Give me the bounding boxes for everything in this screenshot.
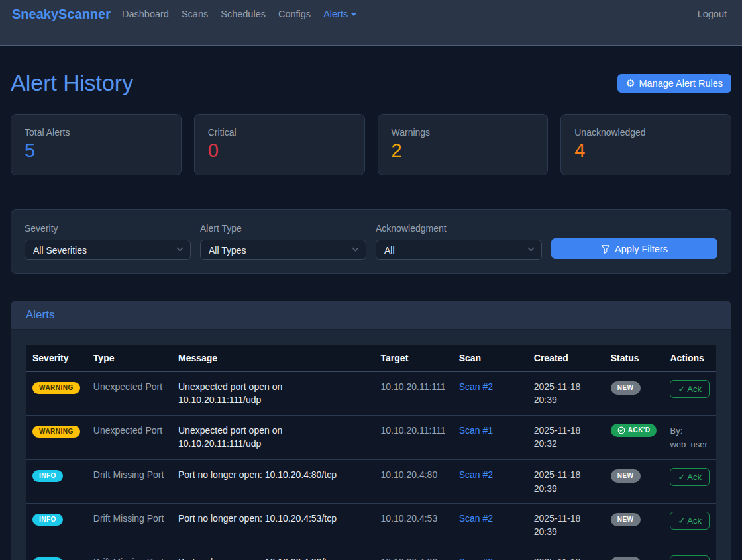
logout-link[interactable]: Logout [698, 9, 727, 19]
manage-alert-rules-button[interactable]: ⚙ Manage Alert Rules [617, 74, 731, 93]
column-header: Actions [663, 345, 716, 372]
scan-cell: Scan #2 [452, 372, 527, 416]
stat-label: Unacknowledged [574, 127, 717, 138]
scan-cell: Scan #2 [452, 547, 527, 560]
type-cell: Drift Missing Port [87, 504, 172, 547]
alert-type-filter-label: Alert Type [200, 223, 366, 234]
severity-filter-group: Severity All Severities [25, 223, 191, 260]
apply-filters-label: Apply Filters [615, 244, 668, 254]
stat-label: Total Alerts [25, 127, 168, 138]
table-row: WARNINGUnexpected PortUnexpected port op… [26, 415, 716, 460]
table-header-row: SeverityTypeMessageTargetScanCreatedStat… [26, 345, 716, 372]
type-cell: Unexpected Port [87, 415, 172, 460]
stat-value: 5 [25, 140, 168, 162]
status-badge-new: NEW [611, 513, 641, 526]
check-icon: ✓ [678, 472, 687, 482]
nav-item-configs[interactable]: Configs [278, 9, 311, 19]
scan-link[interactable]: Scan #2 [459, 469, 493, 480]
acknowledgment-select[interactable]: All [376, 240, 542, 260]
nav-item-dashboard[interactable]: Dashboard [122, 9, 169, 19]
scan-cell: Scan #2 [452, 504, 527, 547]
created-cell: 2025-11-18 20:39 [527, 504, 604, 547]
actions-cell: ✓ Ack [663, 372, 716, 416]
severity-select-wrap: All Severities [25, 240, 191, 260]
scan-cell: Scan #2 [452, 460, 527, 504]
stat-label: Warnings [392, 127, 535, 138]
stat-value: 4 [574, 140, 717, 162]
stat-card: Critical0 [194, 114, 365, 175]
navbar: SneakyScanner Dashboard Scans Schedules … [0, 0, 742, 46]
stat-value: 0 [208, 140, 351, 162]
table-row: INFODrift Missing PortPort no longer ope… [26, 547, 716, 560]
type-cell: Unexpected Port [87, 372, 172, 416]
apply-filters-button[interactable]: Apply Filters [551, 238, 717, 259]
page-header: Alert History ⚙ Manage Alert Rules [11, 70, 731, 96]
severity-cell: INFO [26, 460, 87, 504]
ack-button[interactable]: ✓ Ack [670, 512, 709, 530]
actions-cell: By: web_user [663, 415, 716, 460]
acknowledgment-filter-label: Acknowledgment [376, 223, 542, 234]
acked-by-label: By: web_user [670, 424, 710, 452]
created-cell: 2025-11-18 20:39 [527, 460, 604, 504]
column-header: Scan [452, 345, 527, 372]
stat-label: Critical [208, 127, 351, 138]
status-cell: NEW [604, 460, 664, 504]
message-cell: Port no longer open: 10.10.20.4:22/tcp [172, 547, 374, 560]
stats-row: Total Alerts5Critical0Warnings2Unacknowl… [11, 114, 731, 175]
nav-item-alerts[interactable]: Alerts [323, 9, 356, 19]
page-title: Alert History [11, 70, 133, 96]
gear-icon: ⚙ [626, 78, 635, 88]
type-cell: Drift Missing Port [87, 460, 172, 504]
target-cell: 10.10.20.11:111 [374, 372, 452, 416]
type-cell: Drift Missing Port [87, 547, 172, 560]
column-header: Status [604, 345, 664, 372]
filter-panel: Severity All Severities Alert Type All T… [11, 209, 731, 274]
scan-link[interactable]: Scan #1 [459, 425, 493, 436]
alerts-panel-title: Alerts [11, 301, 731, 330]
caret-down-icon [351, 13, 356, 16]
status-cell: NEW [604, 372, 664, 416]
alert-type-select-wrap: All Types [200, 240, 366, 260]
table-row: WARNINGUnexpected PortUnexpected port op… [26, 372, 716, 416]
actions-cell: ✓ Ack [663, 547, 716, 560]
alerts-table: SeverityTypeMessageTargetScanCreatedStat… [26, 345, 716, 560]
table-row: INFODrift Missing PortPort no longer ope… [26, 504, 716, 547]
severity-cell: INFO [26, 547, 87, 560]
alert-type-filter-group: Alert Type All Types [200, 223, 366, 260]
alert-type-select[interactable]: All Types [200, 240, 366, 260]
table-body: WARNINGUnexpected PortUnexpected port op… [26, 372, 716, 560]
scan-link[interactable]: Scan #2 [459, 557, 493, 560]
scan-link[interactable]: Scan #2 [459, 381, 493, 392]
acknowledgment-filter-group: Acknowledgment All [376, 223, 542, 260]
nav-item-scans[interactable]: Scans [182, 9, 208, 19]
severity-badge: INFO [32, 557, 63, 560]
check-circle-icon [617, 426, 625, 434]
funnel-icon [601, 244, 610, 254]
ack-button[interactable]: ✓ Ack [670, 380, 709, 398]
column-header: Type [87, 345, 172, 372]
scan-link[interactable]: Scan #2 [459, 513, 493, 524]
actions-cell: ✓ Ack [663, 504, 716, 547]
stat-card: Unacknowledged4 [560, 114, 731, 175]
status-badge-new: NEW [611, 469, 641, 483]
message-cell: Port no longer open: 10.10.20.4:53/tcp [172, 504, 374, 547]
nav-right: Logout [698, 6, 727, 19]
created-cell: 2025-11-18 20:39 [527, 372, 604, 416]
message-cell: Unexpected port open on 10.10.20.11:111/… [172, 372, 374, 416]
nav-item-schedules[interactable]: Schedules [221, 9, 266, 19]
nav-links: Dashboard Scans Schedules Configs Alerts [122, 6, 356, 19]
severity-select[interactable]: All Severities [25, 240, 191, 260]
severity-badge: WARNING [32, 382, 80, 394]
apply-filters-group: Apply Filters [551, 223, 717, 260]
target-cell: 10.10.20.4:80 [374, 460, 452, 504]
ack-button[interactable]: ✓ Ack [670, 468, 709, 486]
status-cell: NEW [604, 504, 664, 547]
status-badge-new: NEW [611, 557, 641, 560]
column-header: Message [172, 345, 374, 372]
acknowledgment-select-wrap: All [376, 240, 542, 260]
status-cell: NEW [604, 547, 664, 560]
brand[interactable]: SneakyScanner [12, 6, 111, 22]
status-cell: ACK'D [604, 415, 664, 460]
ack-button[interactable]: ✓ Ack [670, 555, 709, 560]
created-cell: 2025-11-18 20:39 [527, 547, 604, 560]
